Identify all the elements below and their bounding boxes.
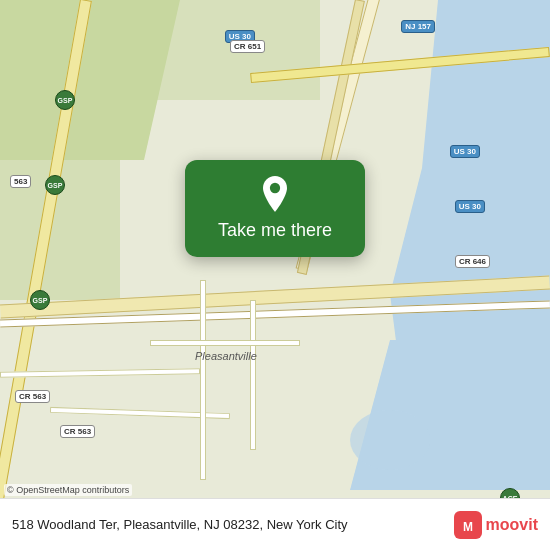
- route-badge-nj157: NJ 157: [401, 20, 435, 33]
- local-road-5: [150, 340, 300, 346]
- route-badge-cr646: CR 646: [455, 255, 490, 268]
- local-road-3: [200, 280, 206, 480]
- map-container: Pleasantville © OpenStreetMap contributo…: [0, 0, 550, 550]
- route-badge-gsp-1: GSP: [55, 90, 75, 110]
- route-badge-us30-mid: US 30: [450, 145, 480, 158]
- location-pin-icon: [257, 176, 293, 212]
- moovit-icon: M: [454, 511, 482, 539]
- local-road-4: [250, 300, 256, 450]
- action-card: Take me there: [185, 160, 365, 257]
- take-me-there-button[interactable]: Take me there: [218, 220, 332, 241]
- moovit-logo: M moovit: [454, 511, 538, 539]
- place-label: Pleasantville: [195, 350, 257, 362]
- route-badge-cr563-bl2: CR 563: [60, 425, 95, 438]
- green-area-top: [100, 0, 320, 100]
- route-badge-cr563-tl: 563: [10, 175, 31, 188]
- bottom-bar: 518 Woodland Ter, Pleasantville, NJ 0823…: [0, 498, 550, 550]
- route-badge-cr563-bl1: CR 563: [15, 390, 50, 403]
- svg-point-0: [270, 183, 280, 193]
- route-badge-gsp-2: GSP: [45, 175, 65, 195]
- route-badge-us30-bot: US 30: [455, 200, 485, 213]
- route-badge-cr651: CR 651: [230, 40, 265, 53]
- water-small: [350, 410, 430, 470]
- svg-text:M: M: [463, 520, 473, 534]
- moovit-brand-text: moovit: [486, 516, 538, 534]
- address-text: 518 Woodland Ter, Pleasantville, NJ 0823…: [12, 517, 454, 532]
- osm-attribution: © OpenStreetMap contributors: [4, 484, 132, 496]
- route-badge-gsp-3: GSP: [30, 290, 50, 310]
